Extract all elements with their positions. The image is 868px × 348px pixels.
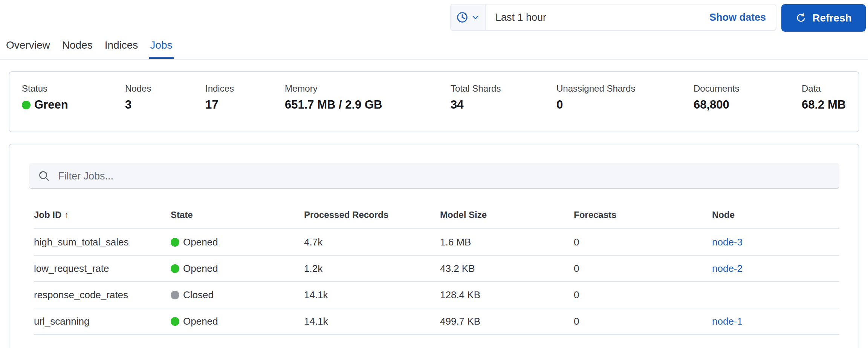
state-label: Opened: [183, 316, 218, 327]
show-dates-link[interactable]: Show dates: [709, 12, 766, 23]
jobs-filter-box: [29, 163, 839, 189]
time-picker: Last 1 hour Show dates: [450, 4, 776, 31]
time-range-display[interactable]: Last 1 hour Show dates: [486, 5, 776, 30]
node-cell: node-2: [712, 255, 839, 282]
jobs-table: Job ID↑ State Processed Records Model Si…: [34, 210, 839, 335]
tab-indices[interactable]: Indices: [104, 39, 139, 59]
node-link[interactable]: node-1: [712, 316, 743, 327]
stat-value: 651.7 MB / 2.9 GB: [285, 98, 451, 112]
tab-jobs[interactable]: Jobs: [149, 39, 173, 59]
model-size-cell: 1.6 MB: [440, 229, 574, 255]
node-link[interactable]: node-3: [712, 236, 743, 248]
node-link[interactable]: node-2: [712, 263, 743, 274]
forecasts-cell: 0: [574, 255, 712, 282]
model-size-cell: 499.7 KB: [440, 308, 574, 334]
job-id-cell: url_scanning: [34, 308, 171, 334]
column-header-job-id[interactable]: Job ID↑: [34, 210, 171, 229]
processed-records-cell: 1.2k: [304, 255, 440, 282]
state-cell: Closed: [171, 282, 304, 308]
node-cell: [712, 282, 839, 308]
stat-value: 68.2 MB: [802, 98, 859, 112]
state-dot: [171, 317, 179, 326]
state-cell: Opened: [171, 229, 304, 255]
stat-label: Nodes: [125, 83, 205, 94]
cluster-stats-panel: Status Green Nodes 3 Indices 17 Memory 6…: [9, 71, 859, 132]
stat-status: Status Green: [22, 83, 125, 132]
processed-records-cell: 14.1k: [304, 308, 440, 334]
stat-memory: Memory 651.7 MB / 2.9 GB: [285, 83, 451, 132]
state-cell: Opened: [171, 308, 304, 334]
state-dot: [171, 291, 179, 299]
tab-bar: Overview Nodes Indices Jobs: [0, 36, 868, 60]
refresh-button[interactable]: Refresh: [781, 4, 866, 32]
model-size-cell: 43.2 KB: [440, 255, 574, 282]
time-quick-select-button[interactable]: [451, 5, 486, 30]
job-id-cell: high_sum_total_sales: [34, 229, 171, 255]
state-label: Closed: [183, 289, 214, 301]
stat-label: Data: [802, 83, 859, 94]
table-row: response_code_rates Closed 14.1k 128.4 K…: [34, 282, 839, 308]
state-dot: [171, 264, 179, 273]
column-header-model-size[interactable]: Model Size: [440, 210, 574, 229]
jobs-filter-input[interactable]: [58, 170, 830, 182]
refresh-button-label: Refresh: [812, 12, 851, 24]
job-id-cell: low_request_rate: [34, 255, 171, 282]
stat-label: Documents: [694, 83, 802, 94]
stat-label: Memory: [285, 83, 451, 94]
stat-data: Data 68.2 MB: [802, 83, 859, 132]
column-header-forecasts[interactable]: Forecasts: [574, 210, 712, 229]
column-header-processed-records[interactable]: Processed Records: [304, 210, 440, 229]
stat-label: Status: [22, 83, 125, 94]
jobs-panel: Job ID↑ State Processed Records Model Si…: [9, 144, 859, 348]
tab-nodes[interactable]: Nodes: [61, 39, 94, 59]
stat-documents: Documents 68,800: [694, 83, 802, 132]
table-row: low_request_rate Opened 1.2k 43.2 KB 0 n…: [34, 255, 839, 282]
table-row: high_sum_total_sales Opened 4.7k 1.6 MB …: [34, 229, 839, 255]
stat-total-shards: Total Shards 34: [451, 83, 556, 132]
clock-icon: [457, 12, 468, 23]
stat-value: 3: [125, 98, 205, 112]
sort-ascending-icon: ↑: [64, 210, 69, 220]
column-header-node[interactable]: Node: [712, 210, 839, 229]
model-size-cell: 128.4 KB: [440, 282, 574, 308]
processed-records-cell: 4.7k: [304, 229, 440, 255]
stat-nodes: Nodes 3: [125, 83, 205, 132]
tab-overview[interactable]: Overview: [5, 39, 51, 59]
stat-label: Total Shards: [451, 83, 556, 94]
stat-label: Indices: [205, 83, 285, 94]
stat-value: 68,800: [694, 98, 802, 112]
state-label: Opened: [183, 263, 218, 274]
processed-records-cell: 14.1k: [304, 282, 440, 308]
stat-label: Unassigned Shards: [556, 83, 694, 94]
stat-value: Green: [34, 98, 68, 112]
forecasts-cell: 0: [574, 308, 712, 334]
column-header-state[interactable]: State: [171, 210, 304, 229]
stat-indices: Indices 17: [205, 83, 285, 132]
time-range-text: Last 1 hour: [495, 12, 546, 23]
table-header-row: Job ID↑ State Processed Records Model Si…: [34, 210, 839, 229]
chevron-down-icon: [471, 13, 480, 21]
job-id-cell: response_code_rates: [34, 282, 171, 308]
forecasts-cell: 0: [574, 229, 712, 255]
stat-unassigned-shards: Unassigned Shards 0: [556, 83, 694, 132]
node-cell: node-3: [712, 229, 839, 255]
state-cell: Opened: [171, 255, 304, 282]
search-icon: [38, 170, 50, 182]
table-row: url_scanning Opened 14.1k 499.7 KB 0 nod…: [34, 308, 839, 334]
state-dot: [171, 238, 179, 247]
stat-value: 0: [556, 98, 694, 112]
top-bar: Last 1 hour Show dates Refresh: [0, 0, 868, 36]
stat-value: 17: [205, 98, 285, 112]
state-label: Opened: [183, 236, 218, 248]
stat-value: 34: [451, 98, 556, 112]
refresh-icon: [795, 12, 807, 24]
health-status-dot: [22, 101, 31, 109]
forecasts-cell: 0: [574, 282, 712, 308]
node-cell: node-1: [712, 308, 839, 334]
